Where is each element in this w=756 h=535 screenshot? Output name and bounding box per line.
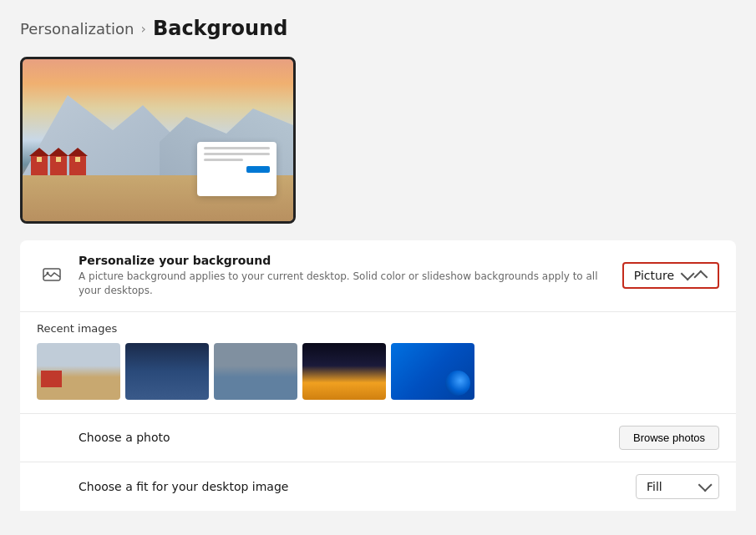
preview-dialog [197, 142, 277, 196]
breadcrumb-separator: › [140, 21, 145, 37]
recent-images-grid [37, 343, 719, 400]
preview-dialog-line-3 [204, 159, 243, 161]
fit-row: Choose a fit for your desktop image Fill [20, 462, 736, 511]
fit-label: Choose a fit for your desktop image [79, 480, 636, 493]
preview-house-window-2 [56, 157, 61, 162]
recent-image-snowy-houses[interactable] [37, 343, 120, 400]
recent-image-windows11[interactable] [391, 343, 474, 400]
breadcrumb-current: Background [153, 17, 288, 40]
preview-house-2 [50, 154, 67, 175]
preview-dialog-line-1 [204, 147, 270, 149]
background-icon [37, 260, 67, 290]
personalize-label: Personalize your background [79, 254, 622, 267]
personalize-control: Picture [622, 262, 719, 289]
preview-house-3 [69, 154, 86, 175]
breadcrumb-parent[interactable]: Personalization [20, 20, 134, 38]
recent-images-section: Recent images [20, 312, 736, 414]
choose-photo-label: Choose a photo [79, 431, 619, 444]
preview-house-window-3 [75, 157, 80, 162]
fit-dropdown[interactable]: Fill [636, 474, 719, 499]
chevron-down-icon [681, 267, 695, 281]
preview-dialog-line-2 [204, 153, 270, 155]
fit-chevron-down-icon [698, 477, 713, 492]
preview-dialog-button [246, 166, 270, 173]
personalize-dropdown-value: Picture [634, 269, 674, 282]
browse-photos-button[interactable]: Browse photos [619, 426, 719, 450]
recent-image-mountain-lake[interactable] [214, 343, 297, 400]
recent-images-label: Recent images [37, 322, 719, 335]
preview-houses [31, 154, 86, 175]
personalize-dropdown[interactable]: Picture [622, 262, 719, 289]
recent-image-cathedral[interactable] [125, 343, 209, 400]
recent-image-city-night[interactable] [302, 343, 386, 400]
preview-house-1 [31, 154, 48, 175]
preview-house-window [37, 157, 42, 162]
personalize-row: Personalize your background A picture ba… [20, 240, 736, 312]
chevron-up-icon [693, 270, 708, 285]
fit-dropdown-value: Fill [647, 480, 692, 493]
page-container: Personalization › Background [0, 0, 756, 531]
settings-card: Personalize your background A picture ba… [20, 240, 736, 511]
personalize-text: Personalize your background A picture ba… [79, 254, 622, 298]
preview-container [20, 57, 736, 224]
preview-frame [20, 57, 296, 224]
choose-photo-row: Choose a photo Browse photos [20, 414, 736, 462]
svg-point-1 [47, 272, 49, 275]
personalize-desc: A picture background applies to your cur… [79, 270, 622, 298]
breadcrumb: Personalization › Background [20, 17, 736, 40]
